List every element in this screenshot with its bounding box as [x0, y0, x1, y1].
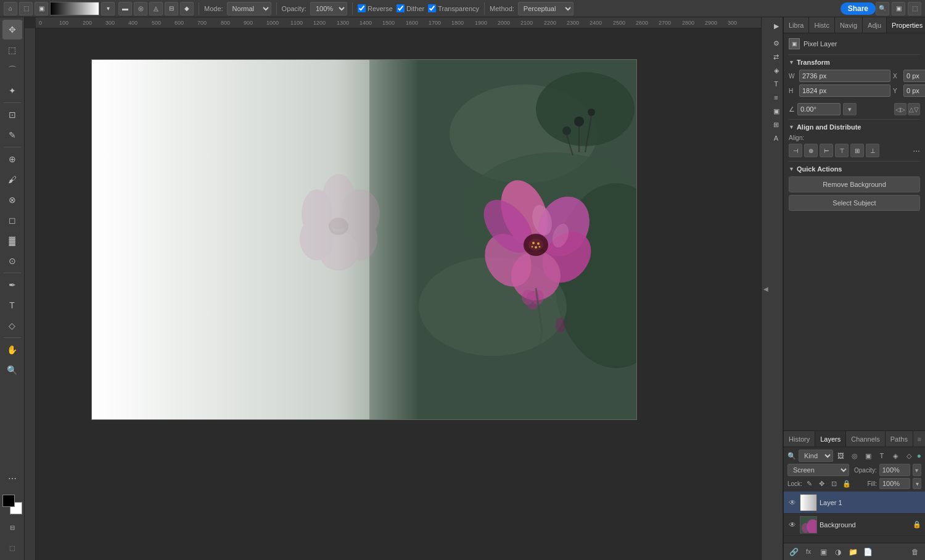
canvas-mode2-btn[interactable]: ▣	[35, 2, 48, 15]
lock-artboard-btn[interactable]: ⊡	[829, 479, 839, 488]
home-btn[interactable]: ⌂	[4, 2, 17, 15]
screen-mode-btn[interactable]: ⬚	[2, 538, 22, 558]
zoom-tool[interactable]: 🔍	[2, 360, 22, 380]
angle-gradient-btn[interactable]: ◬	[149, 2, 163, 15]
opacity-select[interactable]: 100% 75% 50%	[310, 2, 347, 15]
align-more-btn[interactable]: ···	[913, 144, 920, 157]
mask-btn[interactable]: ▣	[863, 450, 874, 461]
method-select[interactable]: Perceptual Linear Classic	[518, 2, 574, 15]
angle-dropdown-btn[interactable]: ▾	[843, 103, 857, 115]
align-center-v-btn[interactable]: ⊞	[850, 144, 864, 157]
gradient-arrow-btn[interactable]: ▾	[101, 2, 115, 15]
background-visibility-btn[interactable]: 👁	[787, 520, 797, 530]
eyedropper-tool[interactable]: ✎	[2, 125, 22, 145]
clone-tool[interactable]: ⊗	[2, 190, 22, 210]
share-button[interactable]: Share	[841, 2, 876, 15]
fill-input[interactable]	[879, 478, 910, 489]
reverse-checkbox[interactable]	[358, 4, 366, 12]
heal-tool[interactable]: ⊕	[2, 149, 22, 169]
smart-obj-btn[interactable]: ◈	[890, 450, 901, 461]
text-align-btn[interactable]: ≡	[770, 91, 783, 104]
dodge-tool[interactable]: ⊙	[2, 251, 22, 271]
layer-item-layer1[interactable]: 👁	[784, 492, 925, 514]
window-btn[interactable]: ⬚	[908, 2, 921, 15]
layer-item-background[interactable]: 👁 Background 🔒	[784, 514, 925, 536]
canvas-mode-btn[interactable]: ⬚	[19, 2, 33, 15]
mode-select[interactable]: Normal Dissolve Multiply	[227, 2, 271, 15]
delete-layer-btn[interactable]: 🗑	[909, 546, 921, 558]
blend-mode-select[interactable]: Screen Normal Multiply	[787, 464, 849, 476]
pen-tool[interactable]: ✒	[2, 275, 22, 295]
flip-v-btn[interactable]: △▽	[908, 103, 920, 115]
canvas-wrapper[interactable]	[36, 28, 770, 560]
canvas-image-container[interactable]	[91, 59, 637, 420]
marquee-tool[interactable]: ⬚	[2, 40, 22, 60]
quick-actions-section-header[interactable]: ▼ Quick Actions	[789, 165, 920, 173]
search-btn[interactable]: 🔍	[876, 2, 889, 15]
tab-adju[interactable]: Adju	[863, 17, 887, 33]
adjust-btn[interactable]: ⚙	[770, 37, 783, 49]
type-tool[interactable]: T	[2, 295, 22, 315]
tab-history[interactable]: History	[784, 431, 815, 447]
arrow-right-btn[interactable]: ▶	[770, 20, 783, 32]
gradient-tool[interactable]: ▓	[2, 231, 22, 250]
swap-btn[interactable]: ⇄	[770, 51, 783, 63]
layers-tab-more[interactable]: ≡	[914, 431, 925, 447]
lasso-tool[interactable]: ⌒	[2, 60, 22, 80]
transparency-checkbox[interactable]	[428, 4, 436, 12]
add-adjustment-btn[interactable]: ◑	[832, 546, 844, 558]
panel-collapse-btn[interactable]: ◀	[761, 17, 770, 560]
linear-gradient-btn[interactable]: ▬	[118, 2, 132, 15]
eraser-tool[interactable]: ◻	[2, 210, 22, 230]
lock-pixels-btn[interactable]: ✎	[805, 479, 815, 488]
tab-layers[interactable]: Layers	[815, 431, 846, 447]
angle-input[interactable]	[797, 103, 841, 115]
link-layers-btn[interactable]: 🔗	[787, 546, 800, 558]
crop-tool[interactable]: ⊡	[2, 105, 22, 125]
align-top-btn[interactable]: ⊤	[835, 144, 849, 157]
smart-btn[interactable]: ◈	[770, 64, 783, 76]
gradient-preview[interactable]	[50, 2, 99, 15]
create-group-btn[interactable]: 📁	[847, 546, 859, 558]
quick-mask-btn[interactable]: ⊟	[2, 517, 22, 537]
tab-channels[interactable]: Channels	[846, 431, 885, 447]
adjustment-layer-btn[interactable]: ◎	[849, 450, 860, 461]
kind-select[interactable]: Kind	[799, 450, 833, 462]
align-section-header[interactable]: ▼ Align and Distribute	[789, 123, 920, 131]
shape-layer-btn[interactable]: ◇	[903, 450, 915, 461]
composite-btn[interactable]: ▣	[770, 105, 783, 117]
new-layer-btn[interactable]: 🖼	[836, 450, 847, 461]
canvas-area[interactable]: 0 100 200 300 400 500 600 700 800 900 10…	[25, 17, 770, 560]
hand-tool[interactable]: ✋	[2, 340, 22, 360]
panel-btn[interactable]: ▣	[892, 2, 905, 15]
shape-tool[interactable]: ◇	[2, 316, 22, 336]
opacity-arrow-btn[interactable]: ▾	[913, 464, 921, 476]
lock-position-btn[interactable]: ✥	[817, 479, 827, 488]
lock-all-btn[interactable]: 🔒	[842, 479, 852, 488]
tab-histc[interactable]: Histc	[809, 17, 834, 33]
align-left-btn[interactable]: ⊣	[789, 144, 802, 157]
remove-background-btn[interactable]: Remove Background	[789, 176, 920, 192]
grid-btn[interactable]: ⊞	[770, 118, 783, 131]
move-tool[interactable]: ✥	[2, 20, 22, 39]
type-btn2[interactable]: T	[770, 78, 783, 90]
create-layer-btn[interactable]: 📄	[861, 546, 874, 558]
brush-tool[interactable]: 🖌	[2, 170, 22, 189]
fx-btn[interactable]: fx	[802, 546, 815, 558]
dither-checkbox[interactable]	[397, 4, 405, 12]
opacity-value-input[interactable]	[879, 464, 910, 476]
font-btn[interactable]: A	[770, 132, 783, 144]
tab-properties[interactable]: Properties	[887, 17, 925, 33]
x-input[interactable]	[903, 70, 925, 82]
more-tools[interactable]: ⋯	[2, 469, 22, 488]
reflected-gradient-btn[interactable]: ⊟	[165, 2, 178, 15]
select-subject-btn[interactable]: Select Subject	[789, 195, 920, 211]
tab-paths[interactable]: Paths	[886, 431, 913, 447]
magic-wand-tool[interactable]: ✦	[2, 81, 22, 101]
fill-arrow-btn[interactable]: ▾	[913, 478, 921, 489]
width-input[interactable]	[799, 70, 890, 82]
flip-h-btn[interactable]: ◁▷	[894, 103, 906, 115]
tab-navig[interactable]: Navig	[835, 17, 863, 33]
foreground-color-swatch[interactable]	[2, 495, 15, 507]
type-layer-btn[interactable]: T	[876, 450, 887, 461]
